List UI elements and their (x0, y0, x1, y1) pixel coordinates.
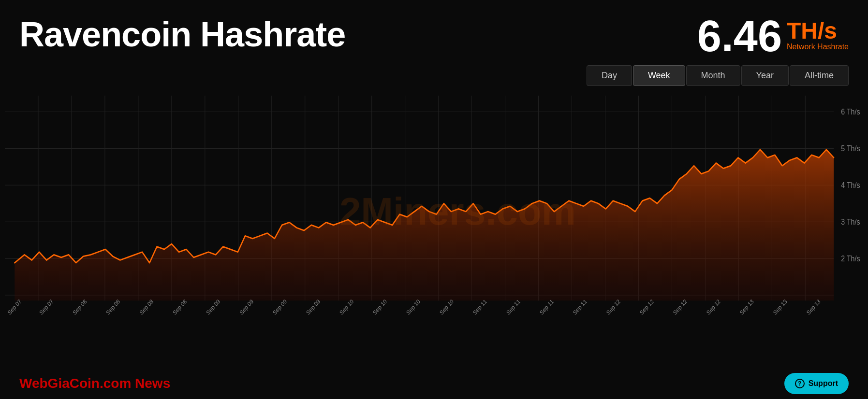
svg-text:Sep 13: Sep 13 (805, 298, 822, 316)
chart-container: 2Miners.com (0, 96, 868, 328)
tab-year[interactable]: Year (741, 65, 789, 86)
svg-text:Sep 11: Sep 11 (505, 298, 521, 316)
hashrate-unit: TH/s (787, 19, 849, 43)
tab-week[interactable]: Week (633, 65, 685, 86)
page-title: Ravencoin Hashrate (19, 14, 345, 54)
hashrate-label: Network Hashrate (787, 43, 849, 51)
svg-text:Sep 13: Sep 13 (772, 298, 788, 316)
svg-text:Sep 09: Sep 09 (238, 298, 255, 316)
time-filter-bar: Day Week Month Year All-time (0, 63, 868, 91)
tab-day[interactable]: Day (587, 65, 632, 86)
hashrate-chart: 6 Th/s 5 Th/s 4 Th/s 3 Th/s 2 Th/s Sep 0… (5, 96, 863, 328)
svg-text:Sep 12: Sep 12 (705, 298, 721, 316)
svg-marker-30 (15, 150, 834, 301)
svg-text:Sep 07: Sep 07 (38, 298, 55, 316)
brand-watermark: WebGiaCoin.com News (19, 376, 170, 391)
svg-text:Sep 12: Sep 12 (672, 298, 688, 316)
svg-text:Sep 11: Sep 11 (471, 298, 488, 316)
svg-text:6 Th/s: 6 Th/s (841, 107, 860, 116)
tab-alltime[interactable]: All-time (790, 65, 849, 86)
svg-text:Sep 09: Sep 09 (205, 298, 221, 316)
svg-text:Sep 07: Sep 07 (6, 298, 23, 316)
svg-text:Sep 09: Sep 09 (305, 298, 321, 316)
tab-month[interactable]: Month (686, 65, 740, 86)
svg-text:Sep 12: Sep 12 (638, 298, 655, 316)
hashrate-unit-block: TH/s Network Hashrate (787, 14, 849, 51)
bottom-bar: WebGiaCoin.com News ? Support (0, 368, 868, 399)
hashrate-value: 6.46 (697, 14, 782, 58)
support-button[interactable]: ? Support (784, 373, 849, 394)
support-label: Support (809, 379, 838, 388)
svg-text:4 Th/s: 4 Th/s (841, 181, 860, 189)
svg-text:3 Th/s: 3 Th/s (841, 217, 860, 226)
support-icon: ? (795, 379, 805, 388)
svg-text:Sep 12: Sep 12 (605, 298, 621, 316)
svg-text:5 Th/s: 5 Th/s (841, 144, 860, 153)
svg-text:Sep 11: Sep 11 (572, 298, 588, 316)
svg-text:Sep 13: Sep 13 (738, 298, 755, 316)
hashrate-display: 6.46 TH/s Network Hashrate (697, 14, 849, 58)
header: Ravencoin Hashrate 6.46 TH/s Network Has… (0, 0, 868, 63)
svg-text:Sep 09: Sep 09 (271, 298, 288, 316)
svg-text:Sep 11: Sep 11 (538, 298, 555, 316)
svg-text:2 Th/s: 2 Th/s (841, 254, 860, 263)
